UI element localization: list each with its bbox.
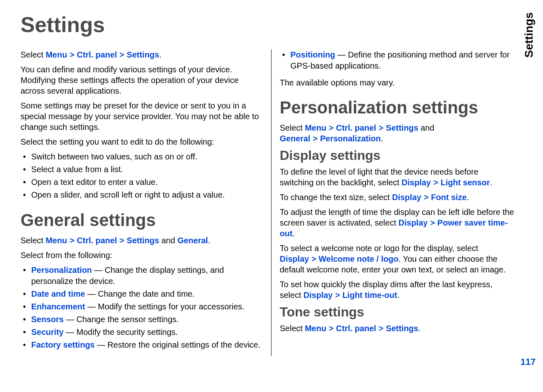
list-item: Open a text editor to enter a value.: [21, 177, 263, 188]
display-settings-heading: Display settings: [280, 148, 514, 163]
positioning-list: Positioning — Define the positioning met…: [280, 49, 514, 71]
list-item: Enhancement — Modify the settings for yo…: [21, 301, 263, 312]
select-text: Select: [21, 50, 46, 59]
intro-bullets: Switch between two values, such as on or…: [21, 151, 263, 201]
link-display[interactable]: Display: [280, 254, 309, 263]
list-item: Sensors — Change the sensor settings.: [21, 314, 263, 325]
personalization-heading: Personalization settings: [280, 98, 514, 118]
item-desc: — Change the sensor settings.: [64, 315, 179, 324]
period: .: [381, 134, 383, 143]
link-display[interactable]: Display: [392, 193, 421, 202]
select-text: Select: [280, 324, 305, 333]
body-text: To change the text size, select: [280, 193, 392, 202]
display-light-timeout-text: To set how quickly the display dims afte…: [280, 279, 514, 300]
list-item: Switch between two values, such as on or…: [21, 151, 263, 162]
link-light-timeout[interactable]: Light time-out: [343, 291, 397, 300]
period: .: [490, 178, 492, 187]
link-welcome-note-logo[interactable]: Welcome note / logo: [319, 254, 398, 263]
intro-paragraph-2: Some settings may be preset for the devi…: [21, 100, 263, 132]
item-desc: — Change the date and time.: [85, 289, 195, 298]
nav-separator: >: [335, 291, 340, 300]
nav-separator: >: [69, 50, 74, 59]
select-text: Select: [280, 123, 305, 132]
page-number: 117: [520, 357, 536, 367]
nav-separator: >: [329, 324, 334, 333]
period: .: [397, 291, 400, 300]
nav-separator: >: [329, 123, 334, 132]
nav-path-general: Select Menu>Ctrl. panel>Settings and Gen…: [21, 235, 263, 246]
tone-settings-heading: Tone settings: [280, 304, 514, 320]
link-display[interactable]: Display: [398, 218, 428, 227]
item-desc: — Restore the original settings of the d…: [94, 340, 260, 349]
nav-path-personalization: Select Menu>Ctrl. panel>Settings and Gen…: [280, 122, 514, 144]
link-menu[interactable]: Menu: [46, 50, 67, 59]
nav-separator: >: [424, 193, 429, 202]
link-ctrl-panel[interactable]: Ctrl. panel: [77, 50, 117, 59]
link-display[interactable]: Display: [304, 291, 333, 300]
link-settings[interactable]: Settings: [127, 236, 159, 245]
list-item: Factory settings — Restore the original …: [21, 339, 263, 350]
display-light-sensor-text: To define the level of light that the de…: [280, 166, 514, 188]
link-security[interactable]: Security: [31, 327, 64, 337]
left-column: Select Menu>Ctrl. panel>Settings. You ca…: [21, 49, 272, 356]
general-settings-heading: General settings: [21, 210, 263, 230]
link-general[interactable]: General: [280, 134, 310, 143]
and-text: and: [418, 123, 434, 132]
list-item: Open a slider, and scroll left or right …: [21, 189, 263, 201]
link-font-size[interactable]: Font size: [431, 193, 467, 202]
link-ctrl-panel[interactable]: Ctrl. panel: [77, 236, 117, 245]
list-item: Positioning — Define the positioning met…: [280, 49, 514, 71]
period: .: [418, 324, 421, 333]
link-ctrl-panel[interactable]: Ctrl. panel: [336, 324, 376, 333]
nav-separator: >: [430, 218, 435, 227]
link-settings[interactable]: Settings: [127, 50, 159, 59]
nav-separator: >: [69, 236, 74, 245]
body-text: To select a welcome note or logo for the…: [280, 244, 478, 253]
intro-paragraph-1: You can define and modify various settin…: [21, 64, 263, 96]
nav-separator: >: [379, 123, 384, 132]
right-column: Positioning — Define the positioning met…: [272, 49, 522, 356]
nav-separator: >: [379, 324, 384, 333]
period: .: [292, 229, 295, 238]
link-enhancement[interactable]: Enhancement: [31, 302, 85, 311]
period: .: [159, 50, 161, 59]
display-power-saver-text: To adjust the length of time the display…: [280, 207, 514, 239]
content-columns: Select Menu>Ctrl. panel>Settings. You ca…: [21, 49, 522, 356]
display-font-size-text: To change the text size, select Display>…: [280, 192, 514, 203]
side-section-label: Settings: [522, 12, 536, 58]
list-item: Select a value from a list.: [21, 164, 263, 175]
link-menu[interactable]: Menu: [305, 123, 326, 132]
nav-path-settings: Select Menu>Ctrl. panel>Settings.: [21, 49, 263, 60]
select-text: Select: [21, 236, 46, 245]
item-desc: — Modify the security settings.: [64, 327, 178, 337]
link-light-sensor[interactable]: Light sensor: [441, 178, 490, 187]
options-vary-text: The available options may vary.: [280, 77, 514, 88]
link-factory-settings[interactable]: Factory settings: [31, 340, 94, 349]
link-display[interactable]: Display: [402, 178, 431, 187]
nav-separator: >: [313, 134, 318, 143]
nav-path-tone: Select Menu>Ctrl. panel>Settings.: [280, 323, 514, 334]
nav-separator: >: [120, 50, 124, 59]
page-title: Settings: [21, 12, 522, 37]
link-menu[interactable]: Menu: [46, 236, 67, 245]
link-personalization[interactable]: Personalization: [320, 134, 381, 143]
list-item: Personalization — Change the display set…: [21, 265, 263, 287]
period: .: [208, 236, 210, 245]
link-personalization[interactable]: Personalization: [31, 265, 92, 274]
link-settings[interactable]: Settings: [386, 324, 419, 333]
period: .: [467, 193, 469, 202]
link-sensors[interactable]: Sensors: [31, 315, 64, 324]
select-from-text: Select from the following:: [21, 250, 263, 261]
link-menu[interactable]: Menu: [305, 324, 326, 333]
item-desc: — Modify the settings for your accessori…: [85, 302, 244, 311]
link-date-and-time[interactable]: Date and time: [31, 289, 85, 298]
general-items-list: Personalization — Change the display set…: [21, 265, 263, 350]
link-general[interactable]: General: [177, 236, 208, 245]
list-item: Date and time — Change the date and time…: [21, 288, 263, 300]
display-welcome-note-text: To select a welcome note or logo for the…: [280, 243, 514, 275]
nav-separator: >: [311, 254, 316, 263]
nav-separator: >: [433, 178, 438, 187]
link-settings[interactable]: Settings: [386, 123, 419, 132]
link-positioning[interactable]: Positioning: [290, 50, 335, 59]
link-ctrl-panel[interactable]: Ctrl. panel: [336, 123, 376, 132]
